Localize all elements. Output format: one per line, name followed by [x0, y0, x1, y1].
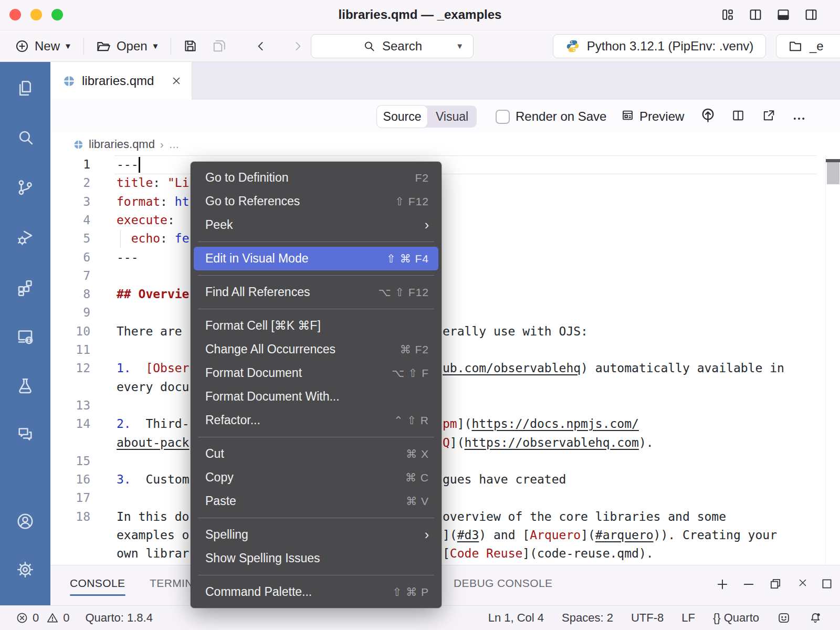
source-mode-button[interactable]: Source — [377, 106, 427, 128]
more-actions-icon[interactable] — [792, 111, 806, 128]
chevron-down-icon: ▼ — [456, 41, 464, 50]
line-number: 3 — [50, 193, 90, 211]
line-number: 10 — [50, 322, 90, 341]
menu-item-format-document-with[interactable]: Format Document With... — [194, 385, 438, 408]
preview-icon[interactable] — [621, 108, 635, 124]
menu-item-command-palette[interactable]: Command Palette...⇧ ⌘ P — [194, 580, 438, 604]
preview-label[interactable]: Preview — [639, 109, 684, 124]
code-line: 13 — [50, 396, 840, 415]
open-external-icon[interactable] — [761, 108, 776, 125]
window-title: libraries.qmd — _examples — [0, 7, 840, 22]
toggle-panel-icon[interactable] — [775, 7, 791, 23]
menu-item-go-to-references[interactable]: Go to References⇧ F12 — [194, 190, 438, 213]
open-button[interactable]: Open▼ — [96, 38, 160, 54]
menu-item-copy[interactable]: Copy⌘ C — [194, 466, 438, 489]
forward-icon[interactable] — [291, 39, 304, 53]
split-editor-icon[interactable] — [731, 108, 746, 125]
menu-item-paste[interactable]: Paste⌘ V — [194, 489, 438, 513]
search-icon[interactable] — [16, 128, 35, 147]
code-token: ]( — [581, 528, 595, 542]
menu-item-shortcut: ⌘ F2 — [400, 343, 429, 356]
status-item-utf-8[interactable]: UTF-8 — [631, 611, 664, 625]
menu-item-label: Copy — [205, 470, 234, 485]
code-token: pm — [443, 417, 457, 430]
app-window: libraries.qmd — _examples New▼ Open▼ — [0, 0, 840, 630]
menu-item-cut[interactable]: Cut⌘ X — [194, 442, 438, 466]
toggle-secondary-sidebar-icon[interactable] — [803, 7, 819, 23]
status-item-quarto[interactable]: {} Quarto — [713, 611, 759, 625]
source-control-icon[interactable] — [16, 178, 35, 197]
menu-item-change-all-occurrences[interactable]: Change All Occurrences⌘ F2 — [194, 338, 438, 361]
new-console-icon[interactable] — [715, 577, 730, 594]
code-token: gues have created — [443, 472, 566, 486]
panel-tab-console[interactable]: CONSOLE — [70, 577, 125, 590]
menu-item-refactor[interactable]: Refactor...⌃ ⇧ R — [194, 408, 438, 432]
code-token — [131, 417, 146, 430]
explorer-icon[interactable] — [16, 79, 35, 98]
top-toolbar: New▼ Open▼ Search ▼ Python 3.12.1 (PipEn… — [0, 30, 840, 62]
back-icon[interactable] — [254, 39, 268, 53]
breadcrumb-more[interactable]: … — [169, 139, 180, 151]
menu-item-show-spelling-issues[interactable]: Show Spelling Issues — [194, 547, 438, 570]
menu-item-spelling[interactable]: Spelling› — [194, 523, 438, 547]
notifications-icon[interactable] — [808, 611, 822, 625]
project-selector[interactable]: _e — [776, 34, 840, 58]
menu-item-label: Format Document With... — [205, 390, 340, 404]
visual-mode-button[interactable]: Visual — [427, 110, 477, 124]
extensions-icon[interactable] — [16, 278, 35, 297]
code-line: 11 — [50, 341, 840, 360]
settings-icon[interactable] — [16, 560, 35, 579]
panel-tab-debug-console[interactable]: DEBUG CONSOLE — [454, 577, 552, 590]
feedback-icon[interactable] — [777, 611, 791, 625]
code-token: Code Reuse — [450, 547, 522, 560]
close-panel-icon[interactable] — [797, 577, 808, 591]
breadcrumb-file[interactable]: libraries.qmd — [89, 138, 155, 151]
line-number: 7 — [50, 267, 90, 285]
code-token: 2. — [117, 417, 131, 430]
render-icon[interactable] — [699, 107, 717, 126]
code-line: every docu — [50, 378, 840, 397]
status-item-ln-1-col-4[interactable]: Ln 1, Col 4 — [488, 611, 544, 625]
problems-status[interactable]: 0 0 — [16, 611, 70, 625]
menu-item-format-document[interactable]: Format Document⌥ ⇧ F — [194, 361, 438, 385]
interpreter-selector[interactable]: Python 3.12.1 (PipEnv: .venv) — [553, 34, 766, 58]
breadcrumb[interactable]: libraries.qmd › … — [50, 133, 840, 155]
code-line: 1--- — [50, 155, 840, 174]
render-on-save-checkbox[interactable] — [496, 110, 510, 124]
save-all-icon[interactable] — [212, 38, 227, 54]
line-number: 8 — [50, 285, 90, 303]
comments-icon[interactable] — [16, 425, 35, 444]
restore-panel-icon[interactable] — [769, 577, 782, 593]
menu-item-edit-in-visual-mode[interactable]: Edit in Visual Mode⇧ ⌘ F4 — [194, 247, 438, 270]
submenu-arrow-icon: › — [425, 217, 429, 233]
code-token: : — [160, 232, 175, 245]
quarto-version-status[interactable]: Quarto: 1.8.4 — [86, 611, 153, 625]
split-layout-icon[interactable] — [748, 7, 763, 23]
menu-item-peek[interactable]: Peek› — [194, 213, 438, 237]
menu-item-find-all-references[interactable]: Find All References⌥ ⇧ F12 — [194, 280, 438, 304]
account-icon[interactable] — [16, 512, 35, 531]
code-editor[interactable]: 1---2title: "Li3format: ht4execute:5 ech… — [50, 155, 840, 565]
line-number: 1 — [50, 155, 90, 174]
line-number: 12 — [50, 359, 90, 377]
menu-item-label: Paste — [205, 494, 236, 508]
tab-libraries-qmd[interactable]: libraries.qmd — [50, 62, 192, 100]
testing-icon[interactable] — [16, 376, 35, 395]
search-box[interactable]: Search ▼ — [311, 34, 474, 58]
context-menu: Go to DefinitionF2Go to References⇧ F12P… — [191, 162, 442, 608]
menu-item-format-cell-k-f[interactable]: Format Cell [⌘K ⌘F] — [194, 314, 438, 338]
maximize-panel-icon[interactable] — [820, 577, 834, 593]
save-icon[interactable] — [183, 38, 198, 54]
minimize-panel-icon[interactable] — [741, 577, 756, 594]
menu-item-go-to-definition[interactable]: Go to DefinitionF2 — [194, 166, 438, 190]
code-token: echo — [131, 232, 160, 245]
customize-layout-icon[interactable] — [720, 7, 736, 23]
run-debug-icon[interactable] — [16, 228, 35, 247]
menu-item-shortcut: ⌘ C — [405, 471, 429, 484]
new-button[interactable]: New▼ — [15, 39, 72, 54]
remote-sessions-icon[interactable] — [16, 327, 35, 346]
close-tab-icon[interactable] — [171, 75, 182, 87]
status-item-lf[interactable]: LF — [681, 611, 695, 625]
code-line: 121. [Obserub.com/observablehq) automati… — [50, 359, 840, 378]
status-item-spaces-2[interactable]: Spaces: 2 — [562, 611, 613, 625]
